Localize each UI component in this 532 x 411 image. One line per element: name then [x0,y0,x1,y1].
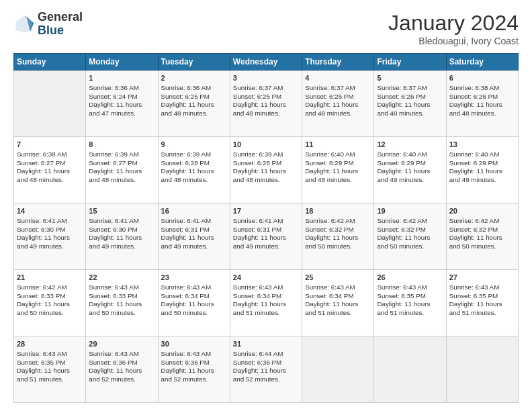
calendar-cell: 24Sunrise: 6:43 AMSunset: 6:34 PMDayligh… [230,270,302,336]
cell-content-line: Sunset: 6:29 PM [377,159,443,168]
day-number: 4 [305,73,371,83]
calendar-cell: 30Sunrise: 6:43 AMSunset: 6:36 PMDayligh… [158,336,230,403]
calendar-table: SundayMondayTuesdayWednesdayThursdayFrid… [13,53,519,403]
cell-content-line: Sunset: 6:34 PM [161,292,227,301]
cell-content-line: Sunset: 6:25 PM [233,93,299,101]
day-number: 30 [161,339,227,349]
day-number: 19 [377,206,443,216]
cell-content-line: Sunset: 6:33 PM [89,292,154,301]
cell-content-line: Daylight: 11 hours [305,167,371,176]
calendar-header-monday: Monday [86,54,158,71]
calendar-cell: 2Sunrise: 6:36 AMSunset: 6:25 PMDaylight… [158,71,230,137]
calendar-header-friday: Friday [374,54,446,71]
calendar-cell: 16Sunrise: 6:41 AMSunset: 6:31 PMDayligh… [158,203,230,270]
calendar-header-sunday: Sunday [14,54,86,71]
cell-content-line: Sunrise: 6:43 AM [305,283,371,292]
header: General Blue January 2024 Bledouagui, Iv… [13,11,519,46]
cell-content-line: Sunset: 6:36 PM [161,359,227,367]
calendar-header-row: SundayMondayTuesdayWednesdayThursdayFrid… [14,54,519,71]
cell-content-line: Sunrise: 6:40 AM [449,150,515,159]
day-number: 31 [233,339,299,349]
day-number: 14 [17,206,83,216]
cell-content-line: and 48 minutes. [17,176,83,185]
cell-content-line: and 48 minutes. [233,176,299,185]
calendar-week-3: 14Sunrise: 6:41 AMSunset: 6:30 PMDayligh… [14,203,519,270]
cell-content-line: Sunset: 6:25 PM [305,93,371,101]
cell-content-line: Daylight: 11 hours [449,234,515,242]
cell-content-line: Sunrise: 6:41 AM [233,217,299,226]
calendar-week-5: 28Sunrise: 6:43 AMSunset: 6:35 PMDayligh… [14,336,519,403]
cell-content-line: and 48 minutes. [305,176,371,185]
cell-content-line: Daylight: 11 hours [305,234,371,242]
cell-content-line: Sunset: 6:34 PM [305,292,371,301]
calendar-cell: 10Sunrise: 6:39 AMSunset: 6:28 PMDayligh… [230,137,302,203]
cell-content-line: Daylight: 11 hours [17,167,83,176]
day-number: 10 [233,140,299,150]
cell-content-line: Sunrise: 6:43 AM [17,350,83,359]
cell-content-line: Sunset: 6:29 PM [449,159,515,168]
day-number: 9 [161,140,227,150]
page: General Blue January 2024 Bledouagui, Iv… [0,0,532,411]
cell-content-line: Daylight: 11 hours [89,367,154,375]
calendar-header-thursday: Thursday [302,54,374,71]
cell-content-line: Sunrise: 6:42 AM [377,217,443,226]
cell-content-line: and 48 minutes. [161,109,227,118]
cell-content-line: Daylight: 11 hours [377,300,443,309]
cell-content-line: Sunrise: 6:39 AM [233,150,299,159]
day-number: 1 [89,73,154,83]
logo-icon [13,13,35,35]
month-title: January 2024 [388,11,519,36]
cell-content-line: Sunset: 6:34 PM [233,292,299,301]
cell-content-line: Sunrise: 6:40 AM [305,150,371,159]
day-number: 3 [233,73,299,83]
cell-content-line: and 51 minutes. [233,309,299,318]
cell-content-line: Daylight: 11 hours [377,167,443,176]
calendar-week-2: 7Sunrise: 6:38 AMSunset: 6:27 PMDaylight… [14,137,519,203]
calendar-cell: 25Sunrise: 6:43 AMSunset: 6:34 PMDayligh… [302,270,374,336]
cell-content-line: Daylight: 11 hours [161,300,227,309]
cell-content-line: Sunrise: 6:41 AM [89,217,154,226]
calendar-cell: 17Sunrise: 6:41 AMSunset: 6:31 PMDayligh… [230,203,302,270]
cell-content-line: Sunrise: 6:43 AM [161,283,227,292]
cell-content-line: and 52 minutes. [89,375,154,384]
cell-content-line: Sunrise: 6:41 AM [161,217,227,226]
logo-blue-text: Blue [38,24,64,37]
day-number: 15 [89,206,154,216]
cell-content-line: Sunrise: 6:38 AM [449,84,515,93]
day-number: 12 [377,140,443,150]
logo-general-text: General [38,10,83,24]
day-number: 7 [17,140,83,150]
cell-content-line: Sunset: 6:36 PM [89,359,154,367]
cell-content-line: Daylight: 11 hours [233,167,299,176]
cell-content-line: Sunset: 6:31 PM [161,226,227,234]
calendar-cell: 7Sunrise: 6:38 AMSunset: 6:27 PMDaylight… [14,137,86,203]
calendar-cell [302,336,374,403]
calendar-cell [446,336,518,403]
calendar-header-saturday: Saturday [446,54,518,71]
cell-content-line: and 49 minutes. [377,176,443,185]
calendar-cell: 27Sunrise: 6:43 AMSunset: 6:35 PMDayligh… [446,270,518,336]
cell-content-line: and 52 minutes. [233,375,299,384]
cell-content-line: Sunrise: 6:37 AM [233,84,299,93]
cell-content-line: Daylight: 11 hours [233,300,299,309]
cell-content-line: Sunrise: 6:42 AM [449,217,515,226]
cell-content-line: and 51 minutes. [17,375,83,384]
cell-content-line: Sunset: 6:30 PM [89,226,154,234]
calendar-cell: 1Sunrise: 6:36 AMSunset: 6:24 PMDaylight… [86,71,158,137]
cell-content-line: Sunset: 6:32 PM [377,226,443,234]
cell-content-line: Daylight: 11 hours [161,234,227,242]
day-number: 23 [161,273,227,283]
logo-text: General Blue [38,11,83,38]
cell-content-line: Sunset: 6:30 PM [17,226,83,234]
cell-content-line: Daylight: 11 hours [377,101,443,109]
cell-content-line: Daylight: 11 hours [161,367,227,375]
location-subtitle: Bledouagui, Ivory Coast [388,36,519,46]
day-number: 18 [305,206,371,216]
day-number: 8 [89,140,154,150]
cell-content-line: Sunset: 6:26 PM [377,93,443,101]
cell-content-line: and 51 minutes. [449,309,515,318]
cell-content-line: and 48 minutes. [305,109,371,118]
cell-content-line: Sunrise: 6:43 AM [161,350,227,359]
calendar-cell: 12Sunrise: 6:40 AMSunset: 6:29 PMDayligh… [374,137,446,203]
day-number: 24 [233,273,299,283]
